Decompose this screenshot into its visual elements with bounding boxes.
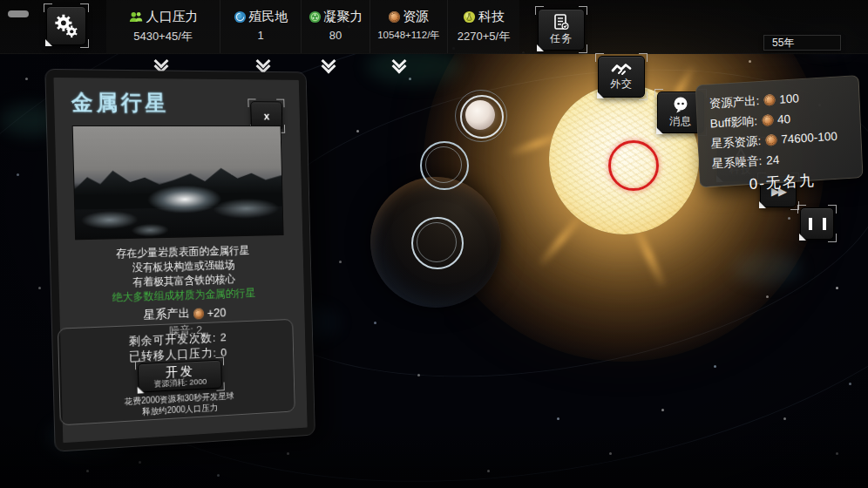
planet-description: 存在少量岩质表面的金属行星 没有板块构造或强磁场 有着极其富含铁的核心 绝大多数… bbox=[58, 242, 304, 308]
game-year-display: 55年 bbox=[763, 35, 841, 51]
resource-coin-icon bbox=[762, 114, 774, 126]
develop-cost: 资源消耗: 2000 bbox=[153, 376, 207, 389]
task-list-icon bbox=[553, 13, 570, 30]
stat-resources[interactable]: 资源 10548+112/年 bbox=[370, 0, 447, 53]
menu-button-label: 消息 bbox=[669, 114, 692, 129]
menu-button-label: 外交 bbox=[610, 77, 633, 92]
tech-flask-icon bbox=[463, 10, 476, 24]
row-value: 24 bbox=[766, 153, 780, 167]
colony-swirl-icon bbox=[234, 10, 247, 24]
game-screen: 人口压力 5430+45/年 殖民地 1 bbox=[0, 0, 868, 488]
water-glow bbox=[74, 175, 282, 239]
row-value: 40 bbox=[777, 112, 791, 126]
remaining-value: 2 bbox=[220, 331, 227, 344]
settings-button[interactable] bbox=[46, 6, 86, 45]
gear-icon bbox=[53, 13, 79, 39]
development-section: 剩余可开发次数: 2 已转移人口压力: 0 开发 资源消耗: 2000 花费20… bbox=[58, 319, 295, 426]
chevron-down-icon[interactable] bbox=[390, 56, 408, 71]
pause-button[interactable] bbox=[800, 207, 834, 240]
stat-population-pressure[interactable]: 人口压力 5430+45/年 bbox=[106, 0, 220, 53]
top-left-tab-handle[interactable] bbox=[8, 10, 29, 17]
row-value: 100 bbox=[779, 92, 799, 105]
stat-value: 80 bbox=[329, 29, 342, 42]
close-icon: x bbox=[263, 110, 269, 122]
chevron-down-icon[interactable] bbox=[254, 56, 272, 71]
stat-colonies[interactable]: 殖民地 1 bbox=[220, 0, 301, 53]
diplomacy-button[interactable]: 外交 bbox=[598, 56, 645, 98]
stat-label: 资源 bbox=[403, 9, 429, 25]
stat-label: 科技 bbox=[478, 9, 505, 25]
stat-label: 凝聚力 bbox=[324, 9, 363, 25]
row-label: 星系资源: bbox=[710, 133, 761, 152]
chat-bubble-icon bbox=[672, 96, 689, 113]
resource-coin-icon bbox=[389, 11, 400, 23]
output-value: +20 bbox=[207, 306, 226, 320]
small-moon-planet[interactable] bbox=[465, 100, 495, 130]
top-bar: 人口压力 5430+45/年 殖民地 1 bbox=[0, 0, 868, 54]
stat-value: 5430+45/年 bbox=[133, 29, 193, 44]
cohesion-icon bbox=[309, 10, 322, 24]
stat-value: 2270+5/年 bbox=[458, 29, 510, 44]
planet-surface-image bbox=[72, 125, 284, 240]
planet-ring-inner bbox=[417, 222, 457, 262]
resource-coin-icon bbox=[193, 308, 203, 319]
chevron-down-icon[interactable] bbox=[320, 56, 337, 71]
resource-stats-bar: 人口压力 5430+45/年 殖民地 1 bbox=[106, 0, 519, 53]
missions-button[interactable]: 任务 bbox=[538, 9, 585, 51]
resource-coin-icon bbox=[763, 94, 776, 106]
row-label: 资源产出: bbox=[709, 93, 759, 112]
menu-button-label: 任务 bbox=[550, 31, 573, 46]
row-label: 星系噪音: bbox=[711, 153, 762, 173]
stat-value: 1 bbox=[257, 29, 263, 42]
stat-cohesion[interactable]: 凝聚力 80 bbox=[301, 0, 370, 53]
system-info-panel: 资源产出: 100 Buff影响: 40 星系资源: 74600-100 星系噪… bbox=[695, 75, 864, 187]
selected-target-ring[interactable] bbox=[608, 140, 659, 191]
stat-tech[interactable]: 科技 2270+5/年 bbox=[447, 0, 519, 53]
stat-label: 人口压力 bbox=[146, 9, 199, 25]
stat-value: 10548+112/年 bbox=[377, 29, 440, 42]
chevron-down-icon[interactable] bbox=[153, 56, 170, 71]
develop-button[interactable]: 开发 资源消耗: 2000 bbox=[138, 360, 222, 393]
planet-title: 金属行星 bbox=[71, 88, 170, 117]
row-label: Buff影响: bbox=[709, 113, 757, 132]
planet-ring-inner bbox=[425, 146, 462, 183]
planet-info-panel: 金属行星 x 存在少量岩质表面的金属行星 没有板块构造或强磁场 有着极其富含铁的… bbox=[45, 70, 315, 451]
pause-icon bbox=[809, 218, 826, 230]
handshake-icon bbox=[611, 62, 632, 76]
develop-cost-label: 资源消耗: bbox=[153, 377, 187, 389]
resource-coin-icon bbox=[765, 134, 777, 146]
row-value: 74600-100 bbox=[781, 130, 837, 146]
stat-label: 殖民地 bbox=[249, 9, 288, 25]
people-icon bbox=[128, 10, 144, 24]
develop-cost-value: 2000 bbox=[189, 376, 207, 387]
output-label: 星系产出 bbox=[143, 306, 190, 323]
